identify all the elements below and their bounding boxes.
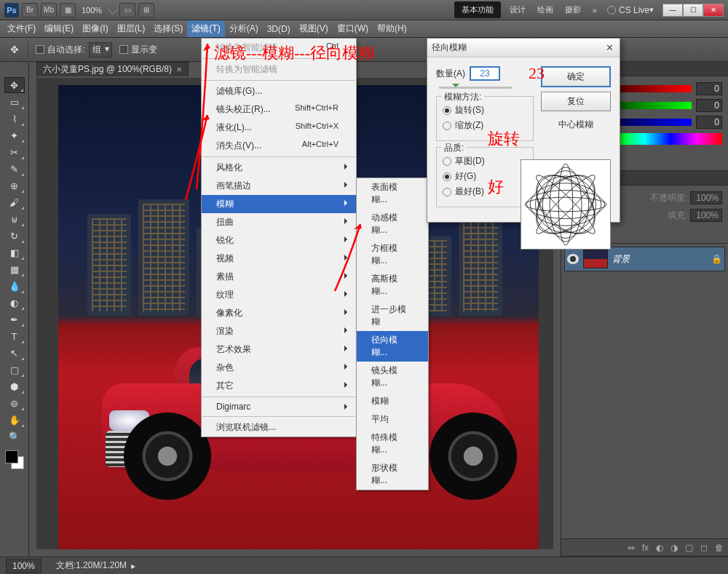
auto-select-dropdown[interactable]: 组 ▾ <box>89 42 112 57</box>
auto-select-checkbox[interactable] <box>36 45 44 54</box>
workspace-essentials[interactable]: 基本功能 <box>454 1 501 18</box>
filter-other[interactable]: 其它 <box>202 377 356 395</box>
quality-draft-radio[interactable]: 草图(D) <box>443 155 527 167</box>
filter-sketch[interactable]: 素描 <box>202 268 356 286</box>
minibridge-icon[interactable]: Mb <box>41 3 57 17</box>
move-tool[interactable]: ✥ <box>4 77 25 93</box>
method-zoom-radio[interactable]: 缩放(Z) <box>443 119 527 132</box>
filter-browse[interactable]: 浏览联机滤镜... <box>202 418 356 437</box>
extras-icon[interactable]: ⊞ <box>138 3 154 17</box>
zoom-tool[interactable]: 🔍 <box>4 428 25 445</box>
layer-thumbnail[interactable] <box>583 250 608 268</box>
filter-liquify[interactable]: 液化(L)...Shift+Ctrl+X <box>202 119 356 137</box>
menu-view[interactable]: 视图(V) <box>295 20 333 37</box>
menu-help[interactable]: 帮助(H) <box>373 20 411 37</box>
layer-background[interactable]: 背景 🔒 <box>564 247 725 271</box>
b-value[interactable]: 0 <box>696 116 722 129</box>
menu-filter[interactable]: 滤镜(T) <box>187 20 224 37</box>
close-tab-icon[interactable]: ✕ <box>176 65 182 73</box>
menu-window[interactable]: 窗口(W) <box>333 20 373 37</box>
folder-icon[interactable]: ▢ <box>685 543 693 553</box>
document-tab[interactable]: 六小灵童PS.jpg @ 100%(RGB/8)✕ <box>36 62 189 76</box>
workspace-design[interactable]: 设计 <box>504 1 531 18</box>
dialog-close-icon[interactable]: ✕ <box>604 42 615 54</box>
gradient-tool[interactable]: ▦ <box>4 261 25 277</box>
path-tool[interactable]: ↖ <box>4 345 25 361</box>
method-spin-radio[interactable]: 旋转(S) <box>443 104 527 116</box>
filter-sharpen[interactable]: 锐化 <box>202 231 356 250</box>
filter-distort[interactable]: 扭曲 <box>202 213 356 231</box>
filter-video[interactable]: 视频 <box>202 250 356 268</box>
blur-more[interactable]: 进一步模糊 <box>357 300 428 331</box>
new-layer-icon[interactable]: ◻ <box>700 543 708 553</box>
quality-good-radio[interactable]: 好(G) <box>443 170 527 183</box>
quality-best-radio[interactable]: 最好(B) <box>443 186 527 198</box>
g-value[interactable]: 0 <box>696 99 722 112</box>
mask-icon[interactable]: ◐ <box>656 543 663 553</box>
opacity-value[interactable]: 100% <box>690 191 722 204</box>
blur-motion[interactable]: 动感模糊... <box>357 209 428 239</box>
blur-preview[interactable] <box>521 159 611 250</box>
blur-tool[interactable]: 💧 <box>4 278 25 294</box>
hand-tool[interactable]: ✋ <box>4 412 25 428</box>
filter-pixelate[interactable]: 像素化 <box>202 304 356 322</box>
3d-camera-tool[interactable]: ⊚ <box>4 395 25 411</box>
bridge-icon[interactable]: Br <box>22 3 38 17</box>
fill-value[interactable]: 100% <box>690 209 722 222</box>
blur-average[interactable]: 平均 <box>357 410 428 428</box>
filter-digimarc[interactable]: Digimarc <box>202 399 356 415</box>
crop-tool[interactable]: ✂ <box>4 144 25 160</box>
cs-live[interactable]: CS Live ▾ <box>607 5 654 15</box>
history-brush-tool[interactable]: ↻ <box>4 228 25 244</box>
cancel-button[interactable]: 复位 <box>541 92 611 111</box>
filter-render[interactable]: 渲染 <box>202 322 356 340</box>
menu-image[interactable]: 图像(I) <box>78 20 112 37</box>
workspace-photography[interactable]: 摄影 <box>559 1 587 18</box>
maximize-button[interactable]: ☐ <box>683 4 703 17</box>
dodge-tool[interactable]: ◐ <box>4 295 25 311</box>
type-tool[interactable]: T <box>4 328 25 344</box>
filter-brush[interactable]: 画笔描边 <box>202 177 356 195</box>
blur-radial[interactable]: 径向模糊... <box>357 331 428 362</box>
wand-tool[interactable]: ✦ <box>4 127 25 143</box>
lasso-tool[interactable]: ⌇ <box>4 111 25 127</box>
3d-tool[interactable]: ⬢ <box>4 378 25 394</box>
menu-3d[interactable]: 3D(D) <box>263 22 295 36</box>
filter-gallery[interactable]: 滤镜库(G)... <box>202 82 356 100</box>
minimize-button[interactable]: — <box>662 4 683 17</box>
menu-layer[interactable]: 图层(L) <box>113 20 150 37</box>
blur-shape[interactable]: 形状模糊... <box>357 459 428 490</box>
show-transform-checkbox[interactable] <box>119 45 128 54</box>
stamp-tool[interactable]: ⊎ <box>4 211 25 227</box>
adjust-icon[interactable]: ◑ <box>670 543 678 553</box>
blur-surface[interactable]: 表面模糊... <box>357 178 428 209</box>
screen-mode-icon[interactable]: ▭ <box>119 3 135 17</box>
brush-tool[interactable]: 🖌 <box>4 194 25 210</box>
menu-edit[interactable]: 编辑(E) <box>40 20 78 37</box>
workspace-painting[interactable]: 绘画 <box>531 1 559 18</box>
filter-blur[interactable]: 模糊 <box>202 195 356 213</box>
ok-button[interactable]: 确定 <box>541 66 611 87</box>
filter-lens[interactable]: 镜头校正(R)...Shift+Ctrl+R <box>202 100 356 119</box>
status-zoom[interactable]: 100% <box>6 559 41 573</box>
menu-analysis[interactable]: 分析(A) <box>225 20 263 37</box>
arrange-icon[interactable]: ▦ <box>60 3 76 17</box>
menu-file[interactable]: 文件(F) <box>3 20 40 37</box>
link-icon[interactable]: ⇔ <box>628 543 635 553</box>
eraser-tool[interactable]: ◧ <box>4 244 25 260</box>
trash-icon[interactable]: 🗑 <box>715 543 724 553</box>
filter-texture[interactable]: 纹理 <box>202 286 356 304</box>
shape-tool[interactable]: ▢ <box>4 362 25 378</box>
fx-icon[interactable]: fx <box>642 543 649 553</box>
filter-stylize[interactable]: 风格化 <box>202 159 356 177</box>
healing-tool[interactable]: ⊕ <box>4 178 25 194</box>
blur-box[interactable]: 方框模糊... <box>357 239 428 270</box>
filter-noise[interactable]: 杂色 <box>202 359 356 377</box>
blur-gaussian[interactable]: 高斯模糊... <box>357 270 428 300</box>
eyedropper-tool[interactable]: ✎ <box>4 161 25 177</box>
marquee-tool[interactable]: ▭ <box>4 94 25 110</box>
amount-input[interactable] <box>470 66 500 81</box>
blur-smart[interactable]: 特殊模糊... <box>357 428 428 459</box>
blur-lens[interactable]: 镜头模糊... <box>357 362 428 392</box>
blur-blur[interactable]: 模糊 <box>357 392 428 410</box>
